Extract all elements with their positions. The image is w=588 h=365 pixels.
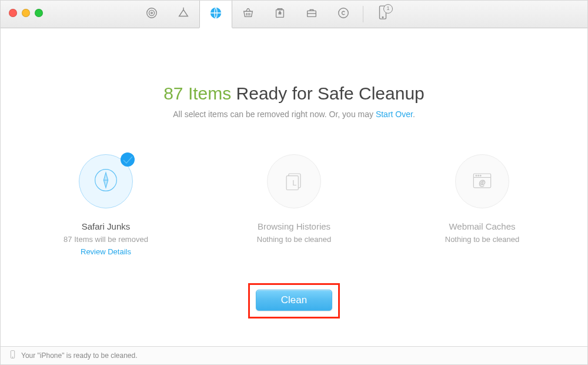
tab-broom[interactable]	[168, 1, 199, 28]
category-cards: Safari Junks 87 Items will be removed Re…	[1, 154, 587, 256]
history-icon: L	[281, 167, 307, 195]
status-bar: Your "iPhone" is ready to be cleaned.	[1, 346, 587, 364]
app-window: 1 87 Items Ready for Safe Cleanup All se…	[0, 0, 588, 365]
svg-point-28	[12, 357, 13, 357]
titlebar: 1	[1, 1, 587, 28]
clean-button[interactable]: Clean	[256, 290, 332, 311]
page-subtitle: All select items can be removed right no…	[1, 110, 587, 119]
minimize-window-button[interactable]	[22, 9, 30, 17]
tab-internet[interactable]	[199, 1, 232, 28]
svg-point-14	[382, 16, 383, 18]
item-count: 87 Items	[163, 84, 231, 103]
svg-point-2	[151, 12, 153, 14]
tab-basket[interactable]	[232, 1, 264, 28]
card-icon-circle: @	[455, 154, 509, 208]
toolbar-separator	[363, 6, 363, 22]
subtitle-before: All select items can be removed right no…	[173, 110, 376, 119]
card-webmail-caches[interactable]: @ Webmail Caches Nothing to be cleaned	[429, 154, 535, 256]
recycle-icon	[273, 6, 286, 22]
globe-icon	[209, 6, 222, 22]
svg-point-23	[476, 175, 477, 176]
svg-point-1	[149, 10, 154, 15]
device-badge: 1	[383, 4, 393, 14]
main-content: 87 Items Ready for Safe Cleanup All sele…	[1, 28, 587, 347]
tab-target[interactable]	[136, 1, 168, 28]
title-rest: Ready for Safe Cleanup	[231, 84, 425, 103]
broom-icon	[177, 6, 190, 22]
svg-point-0	[147, 8, 157, 18]
svg-point-12	[339, 8, 349, 18]
webmail-icon: @	[469, 167, 495, 195]
phone-icon	[9, 350, 16, 361]
check-badge-icon	[121, 152, 135, 167]
tab-toolbox[interactable]	[296, 1, 328, 28]
svg-text:@: @	[479, 178, 486, 187]
svg-point-25	[480, 175, 481, 176]
card-title: Webmail Caches	[429, 221, 535, 231]
review-details-link[interactable]: Review Details	[53, 247, 159, 256]
status-text: Your "iPhone" is ready to be cleaned.	[21, 351, 138, 360]
start-over-link[interactable]: Start Over	[376, 110, 413, 119]
card-title: Safari Junks	[53, 221, 159, 231]
tab-copyright[interactable]	[328, 1, 359, 28]
card-icon-circle: L	[267, 154, 321, 208]
card-sub: Nothing to be cleaned	[429, 235, 535, 244]
device-button[interactable]: 1	[367, 1, 399, 28]
page-title: 87 Items Ready for Safe Cleanup	[1, 84, 587, 104]
card-sub: Nothing to be cleaned	[241, 235, 347, 244]
card-title: Browsing Histories	[241, 221, 347, 231]
copyright-icon	[337, 6, 350, 22]
close-window-button[interactable]	[9, 9, 17, 17]
tab-recycle[interactable]	[264, 1, 296, 28]
card-safari-junks[interactable]: Safari Junks 87 Items will be removed Re…	[53, 154, 159, 256]
window-controls	[9, 9, 43, 17]
toolbar-tabs: 1	[136, 1, 399, 28]
svg-point-24	[478, 175, 479, 176]
compass-icon	[93, 167, 119, 195]
maximize-window-button[interactable]	[35, 9, 43, 17]
card-sub: 87 Items will be removed	[53, 235, 159, 244]
clean-button-highlight: Clean	[248, 283, 340, 318]
card-browsing-histories[interactable]: L Browsing Histories Nothing to be clean…	[241, 154, 347, 256]
briefcase-icon	[305, 6, 318, 22]
subtitle-after: .	[413, 110, 415, 119]
basket-icon	[242, 6, 255, 22]
svg-rect-9	[278, 9, 282, 10]
card-icon-circle	[79, 154, 133, 208]
target-icon	[145, 6, 158, 22]
svg-text:L: L	[292, 178, 296, 187]
